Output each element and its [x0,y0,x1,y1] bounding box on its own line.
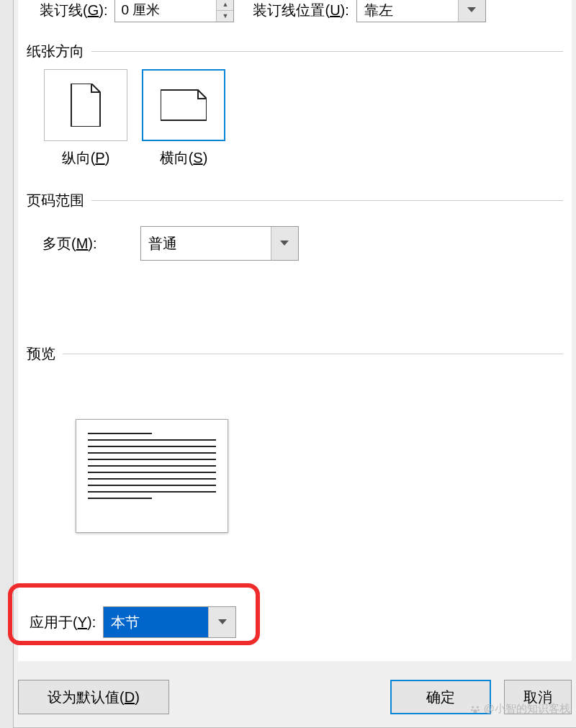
chevron-down-icon[interactable] [458,0,485,22]
dialog-content: 装订线(G): ▲ ▼ 装订线位置(U): 靠左 纸张方向 [18,0,572,661]
dialog-button-row: 设为默认值(D) 确定 取消 [18,680,572,714]
multi-page-label: 多页(M): [42,234,97,253]
landscape-label: 横向(S) [160,148,208,168]
preview-line [88,452,216,454]
preview-line [88,465,216,467]
preview-line [88,498,152,499]
gutter-position-combo[interactable]: 靠左 [356,0,486,22]
landscape-icon [142,69,225,141]
ok-button[interactable]: 确定 [390,680,491,714]
preview-line [88,459,216,460]
apply-to-label: 应用于(Y): [30,613,96,632]
divider [63,354,563,354]
preview-line [88,446,216,447]
chevron-down-icon[interactable] [208,607,235,637]
orientation-landscape[interactable]: 横向(S) [142,69,225,168]
gutter-row: 装订线(G): ▲ ▼ 装订线位置(U): 靠左 [18,0,572,26]
gutter-spinner[interactable]: ▲ ▼ [114,0,234,22]
spinner-down-icon[interactable]: ▼ [216,10,233,22]
page-setup-dialog: 装订线(G): ▲ ▼ 装订线位置(U): 靠左 纸张方向 [13,0,576,728]
preview-title: 预览 [27,344,55,364]
apply-to-value: 本节 [104,607,208,637]
preview-line [88,439,216,441]
set-default-button[interactable]: 设为默认值(D) [18,680,169,714]
multi-page-row: 多页(M): 普通 [42,226,299,261]
divider [91,200,563,201]
preview-line [88,491,216,493]
preview-line [88,485,216,486]
preview-line [88,472,216,473]
cancel-button[interactable]: 取消 [504,680,572,714]
preview-line [88,433,152,434]
spinner-up-icon[interactable]: ▲ [216,0,233,10]
divider [91,51,563,52]
gutter-spin-buttons[interactable]: ▲ ▼ [216,0,233,22]
orientation-section-header: 纸张方向 [27,42,563,61]
multi-page-value: 普通 [141,227,271,260]
apply-to-combo[interactable]: 本节 [103,606,236,638]
preview-section-header: 预览 [27,344,563,364]
chevron-down-icon[interactable] [271,227,298,260]
multi-page-combo[interactable]: 普通 [140,226,299,261]
orientation-options: 纵向(P) 横向(S) [44,69,225,168]
gutter-position-value: 靠左 [357,0,458,22]
gutter-position-label: 装订线位置(U): [253,1,348,20]
preview-line [88,478,216,480]
gutter-input[interactable] [115,0,216,22]
apply-to-row: 应用于(Y): 本节 [30,606,236,638]
portrait-label: 纵向(P) [62,148,110,168]
portrait-icon [44,69,127,141]
page-range-section-header: 页码范围 [27,191,563,210]
orientation-portrait[interactable]: 纵向(P) [44,69,127,168]
gutter-label: 装订线(G): [40,1,107,20]
page-preview [76,419,228,533]
page-range-title: 页码范围 [27,191,84,210]
orientation-title: 纸张方向 [27,42,84,61]
